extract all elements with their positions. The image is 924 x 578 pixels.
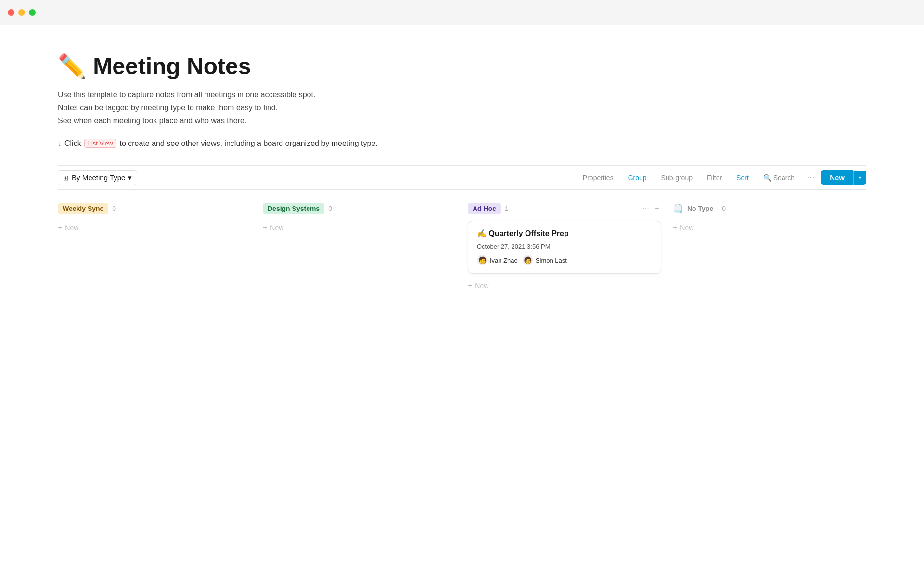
column-header-no-type: 🗒️No Type0 [673, 203, 866, 214]
view-selector-label: By Meeting Type [72, 173, 125, 182]
avatar: 🧑 [477, 255, 488, 265]
person: 🧑 Simon Last [523, 255, 567, 265]
column-count-design-systems: 0 [328, 205, 332, 212]
add-new-label: New [65, 224, 78, 232]
board-view-icon: ⊞ [63, 174, 69, 182]
more-options-button[interactable]: ··· [803, 170, 818, 185]
toolbar-right: Properties Group Sub-group Filter Sort 🔍… [577, 170, 866, 185]
add-new-label: New [475, 282, 488, 289]
chevron-down-icon: ▾ [128, 173, 132, 182]
column-more-button-ad-hoc[interactable]: ··· [641, 203, 651, 214]
column-tag-weekly-sync[interactable]: Weekly Sync [58, 203, 108, 214]
column-header-design-systems: Design Systems0 [263, 203, 456, 214]
search-button[interactable]: 🔍 Search [757, 171, 800, 184]
search-icon: 🔍 [763, 174, 771, 182]
plus-icon: + [58, 223, 62, 232]
subgroup-button[interactable]: Sub-group [655, 171, 698, 184]
person-name: Ivan Zhao [490, 257, 518, 264]
add-new-weekly-sync[interactable]: +New [58, 221, 251, 235]
card-date: October 27, 2021 3:56 PM [477, 243, 652, 250]
page-title: ✏️ Meeting Notes [58, 54, 866, 79]
column-actions-ad-hoc: ··· + [641, 203, 661, 214]
column-tag-design-systems[interactable]: Design Systems [263, 203, 324, 214]
column-ad-hoc: Ad Hoc1 ··· + ✍️ Quarterly Offsite Prep … [468, 203, 661, 293]
card-title: ✍️ Quarterly Offsite Prep [477, 229, 652, 238]
column-weekly-sync: Weekly Sync0+New [58, 203, 251, 235]
hint-arrow: ↓ [58, 139, 62, 148]
column-no-type: 🗒️No Type0+New [673, 203, 866, 235]
column-header-weekly-sync: Weekly Sync0 [58, 203, 251, 214]
add-new-design-systems[interactable]: +New [263, 221, 456, 235]
column-count-no-type: 0 [722, 205, 726, 212]
list-view-badge[interactable]: List View [84, 139, 117, 148]
titlebar [0, 0, 924, 25]
column-count-weekly-sync: 0 [112, 205, 116, 212]
hint-suffix: to create and see other views, including… [119, 139, 377, 148]
plus-icon: + [263, 223, 267, 232]
column-tag-no-type[interactable]: No Type [687, 203, 718, 214]
column-header-ad-hoc: Ad Hoc1 ··· + [468, 203, 661, 214]
close-button[interactable] [8, 9, 14, 16]
page-description: Use this template to capture notes from … [58, 88, 866, 128]
view-selector[interactable]: ⊞ By Meeting Type ▾ [58, 170, 137, 185]
new-dropdown-button[interactable]: ▾ [853, 171, 866, 185]
add-new-label: New [270, 224, 283, 232]
card-ad-hoc-0[interactable]: ✍️ Quarterly Offsite Prep October 27, 20… [468, 221, 661, 274]
person: 🧑 Ivan Zhao [477, 255, 518, 265]
hint-row: ↓ Click List View to create and see othe… [58, 139, 866, 148]
new-main-button[interactable]: New [821, 170, 853, 185]
toolbar: ⊞ By Meeting Type ▾ Properties Group Sub… [58, 165, 866, 190]
minimize-button[interactable] [18, 9, 25, 16]
properties-button[interactable]: Properties [577, 171, 619, 184]
person-name: Simon Last [536, 257, 567, 264]
new-button-group: New ▾ [821, 170, 866, 185]
filter-button[interactable]: Filter [701, 171, 728, 184]
add-new-no-type[interactable]: +New [673, 221, 866, 235]
main-content: ✏️ Meeting Notes Use this template to ca… [0, 25, 924, 312]
page-header: ✏️ Meeting Notes Use this template to ca… [58, 54, 866, 148]
toolbar-left: ⊞ By Meeting Type ▾ [58, 170, 137, 185]
group-button[interactable]: Group [622, 171, 653, 184]
column-tag-ad-hoc[interactable]: Ad Hoc [468, 203, 501, 214]
sort-button[interactable]: Sort [731, 171, 755, 184]
column-design-systems: Design Systems0+New [263, 203, 456, 235]
add-new-ad-hoc[interactable]: +New [468, 278, 661, 293]
column-add-button-ad-hoc[interactable]: + [653, 203, 661, 214]
page-emoji: ✏️ [58, 53, 87, 79]
board: Weekly Sync0+NewDesign Systems0+NewAd Ho… [58, 203, 866, 293]
card-people: 🧑 Ivan Zhao 🧑 Simon Last [477, 255, 652, 265]
hint-prefix: Click [64, 139, 81, 148]
plus-icon: + [673, 223, 677, 232]
no-type-icon: 🗒️ [673, 203, 683, 214]
add-new-label: New [680, 224, 693, 232]
column-count-ad-hoc: 1 [505, 205, 509, 212]
avatar: 🧑 [523, 255, 533, 265]
maximize-button[interactable] [29, 9, 36, 16]
plus-icon: + [468, 281, 472, 290]
